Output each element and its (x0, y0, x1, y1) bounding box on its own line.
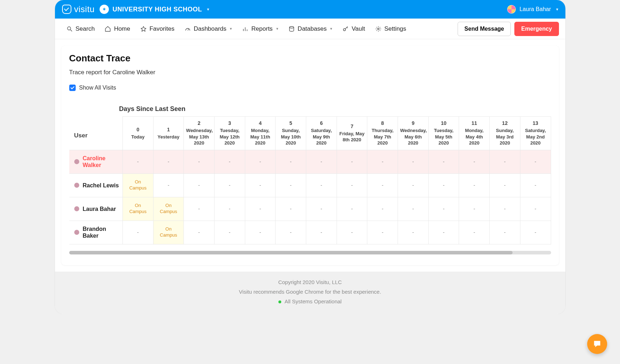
trace-cell: - (490, 221, 520, 244)
day-number: 4 (247, 120, 273, 126)
user-name: Laura Bahar (519, 6, 551, 12)
footer-recommend: Visitu recommends Google Chrome for the … (55, 287, 565, 297)
trace-cell: - (367, 173, 398, 197)
user-cell[interactable]: Laura Bahar (69, 197, 123, 221)
user-cell[interactable]: Brandon Baker (69, 221, 123, 244)
day-number: 10 (431, 120, 457, 126)
day-column-header: 8Thursday, May 7th 2020 (367, 117, 398, 150)
nav-search[interactable]: Search (61, 22, 100, 35)
trace-cell: - (123, 150, 153, 173)
trace-cell: - (245, 197, 276, 221)
home-icon (105, 26, 111, 32)
trace-cell: - (306, 150, 337, 173)
trace-cell: - (459, 221, 490, 244)
day-column-header: 7Friday, May 8th 2020 (337, 117, 367, 150)
nav-databases[interactable]: Databases ▾ (283, 22, 337, 35)
day-number: 3 (217, 120, 243, 126)
day-column-header: 5Sunday, May 10th 2020 (276, 117, 306, 150)
day-column-header: 6Saturday, May 9th 2020 (306, 117, 337, 150)
day-label: Today (125, 134, 151, 140)
day-column-header: 13Saturday, May 2nd 2020 (520, 117, 551, 150)
nav-home[interactable]: Home (100, 22, 135, 35)
topbar: visitu ✶ UNIVERSITY HIGH SCHOOL ▾ Laura … (55, 0, 565, 19)
trace-cell: - (490, 173, 520, 197)
day-label: Friday, May 8th 2020 (339, 131, 365, 143)
database-icon (288, 26, 295, 32)
key-icon (342, 26, 349, 32)
trace-cell: - (398, 150, 429, 173)
chevron-down-icon: ▾ (207, 7, 209, 12)
day-column-header: 10Tuesday, May 5th 2020 (428, 117, 459, 150)
day-column-header: 1Yesterday (153, 117, 184, 150)
avatar (74, 159, 79, 164)
trace-cell: - (398, 221, 429, 244)
scrollbar-thumb[interactable] (69, 251, 513, 254)
trace-cell: - (306, 197, 337, 221)
day-column-header: 4Monday, May 11th 2020 (245, 117, 276, 150)
nav-settings[interactable]: Settings (370, 22, 411, 35)
nav-label: Favorites (150, 25, 175, 32)
day-label: Thursday, May 7th 2020 (369, 127, 395, 146)
footer-status-text: All Systems Operational (284, 298, 342, 304)
day-number: 11 (461, 120, 487, 126)
avatar (74, 230, 79, 235)
day-number: 9 (400, 120, 426, 126)
user-cell[interactable]: Rachel Lewis (69, 173, 123, 197)
trace-cell: - (306, 221, 337, 244)
day-label: Tuesday, May 12th 2020 (217, 127, 243, 146)
day-number: 1 (156, 127, 182, 132)
day-label: Monday, May 4th 2020 (461, 127, 487, 146)
trace-cell: - (459, 173, 490, 197)
star-icon (140, 26, 147, 32)
day-column-header: 12Sunday, May 3rd 2020 (490, 117, 520, 150)
nav-reports[interactable]: Reports ▾ (237, 22, 283, 35)
footer: Copyright 2020 Visitu, LLC Visitu recomm… (55, 272, 565, 314)
send-message-button[interactable]: Send Message (458, 22, 511, 36)
trace-cell: - (520, 150, 551, 173)
trace-cell: - (184, 173, 215, 197)
table-row: Rachel LewisOnCampus------------- (69, 173, 551, 197)
nav-vault[interactable]: Vault (337, 22, 370, 35)
show-all-visits-checkbox[interactable] (69, 85, 76, 91)
nav-dashboards[interactable]: Dashboards ▾ (180, 22, 237, 35)
user-cell[interactable]: Caroline Walker (69, 150, 123, 173)
page-subtitle: Trace report for Caroline Walker (69, 69, 551, 76)
table-row: Laura BaharOnCampusOnCampus------------ (69, 197, 551, 221)
trace-cell: OnCampus (123, 173, 153, 197)
trace-cell: - (490, 197, 520, 221)
brand[interactable]: visitu (62, 4, 95, 14)
chevron-down-icon: ▾ (330, 26, 332, 31)
gauge-icon (185, 26, 191, 32)
footer-copyright: Copyright 2020 Visitu, LLC (55, 277, 565, 287)
trace-cell: OnCampus (153, 197, 184, 221)
nav-favorites[interactable]: Favorites (135, 22, 180, 35)
trace-cell: - (337, 173, 367, 197)
trace-cell: - (276, 173, 306, 197)
trace-cell: - (337, 221, 367, 244)
footer-status: All Systems Operational (55, 297, 565, 306)
shield-check-icon (62, 5, 71, 14)
horizontal-scrollbar[interactable] (69, 251, 551, 254)
trace-table-wrap: User 0Today1Yesterday2Wednesday, May 13t… (69, 116, 551, 244)
gear-icon (375, 26, 382, 32)
org-selector[interactable]: ✶ UNIVERSITY HIGH SCHOOL ▾ (100, 5, 209, 14)
emergency-button[interactable]: Emergency (514, 22, 559, 36)
svg-line-2 (188, 29, 189, 31)
user-menu[interactable]: Laura Bahar ▾ (507, 5, 558, 14)
avatar (74, 183, 79, 188)
nav-label: Vault (352, 25, 365, 32)
day-number: 0 (125, 127, 151, 132)
nav-label: Home (114, 25, 130, 32)
trace-cell: - (215, 173, 245, 197)
day-column-header: 3Tuesday, May 12th 2020 (215, 117, 245, 150)
nav-label: Reports (251, 25, 273, 32)
day-label: Sunday, May 3rd 2020 (492, 127, 518, 146)
trace-cell: - (215, 150, 245, 173)
day-label: Wednesday, May 13th 2020 (186, 127, 212, 146)
day-number: 6 (308, 120, 334, 126)
trace-cell: - (153, 150, 184, 173)
trace-cell: - (215, 221, 245, 244)
day-label: Yesterday (156, 134, 182, 140)
trace-cell: - (367, 197, 398, 221)
trace-cell: - (367, 150, 398, 173)
